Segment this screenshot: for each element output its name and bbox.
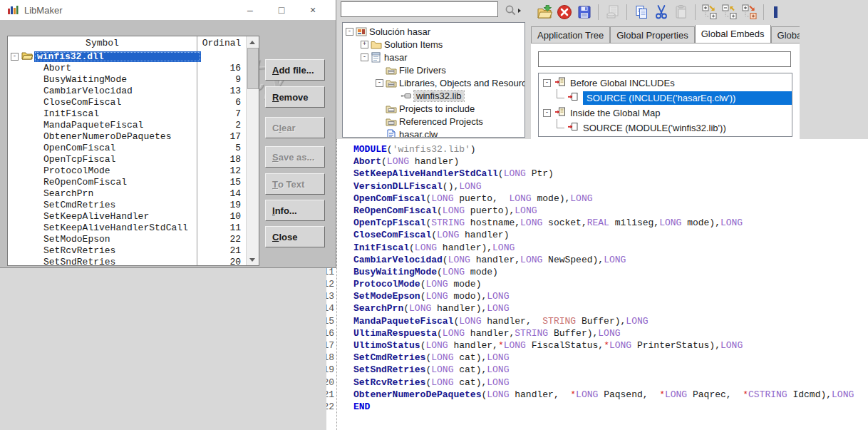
expand-all-button[interactable] xyxy=(701,3,718,21)
collapse-all-icon xyxy=(722,4,738,20)
symbol-ordinal: 7 xyxy=(197,108,241,119)
symbol-column-header: Symbol xyxy=(8,38,197,48)
symbol-row-protocolmode[interactable]: ProtocolMode12 xyxy=(8,165,247,176)
close-window-button[interactable]: × xyxy=(297,4,329,16)
symbol-name: SearchPrn xyxy=(43,188,93,199)
paste-button[interactable] xyxy=(672,3,690,21)
collapse-box-icon[interactable]: - xyxy=(543,109,551,117)
code-token: puerto, xyxy=(453,193,509,204)
delete-button[interactable] xyxy=(555,3,573,21)
scroll-down-icon[interactable] xyxy=(248,255,257,264)
minimize-button[interactable]: – xyxy=(234,4,266,16)
collapse-box-icon[interactable]: - xyxy=(346,28,353,36)
symbol-row-setrcvretries[interactable]: SetRcvRetries21 xyxy=(8,245,247,256)
to-text-button[interactable]: To Text xyxy=(265,173,325,195)
module-button[interactable] xyxy=(604,3,621,21)
symbol-row-reopencomfiscal[interactable]: ReOpenComFiscal15 xyxy=(8,176,247,188)
symbol-row-opencomfiscal[interactable]: OpenComFiscal5 xyxy=(8,142,247,153)
embed-item-before-global-includes[interactable]: -Before Global INCLUDEs xyxy=(539,76,792,91)
collapse-box-icon[interactable]: - xyxy=(11,53,19,61)
symbol-row-setmodoepson[interactable]: SetModoEpson22 xyxy=(8,233,247,245)
tree-connector xyxy=(557,119,564,128)
toolbar-separator xyxy=(695,4,696,20)
copy-button[interactable] xyxy=(632,3,650,21)
clear-button[interactable]: Clear xyxy=(265,117,325,138)
symbol-row-setkeepalivehandler[interactable]: SetKeepAliveHandler10 xyxy=(8,210,247,222)
symbol-row-mandapaquetefiscal[interactable]: MandaPaqueteFiscal2 xyxy=(8,119,247,130)
code-token: Ptr) xyxy=(526,168,554,179)
embed-point-icon xyxy=(568,92,579,104)
embed-item-source-include-hasareq-clw[interactable]: SOURCE (INCLUDE('hasarEq.clw')) xyxy=(539,91,792,106)
tab-global-embeds[interactable]: Global Embeds xyxy=(695,25,771,43)
expand-box-icon[interactable]: + xyxy=(361,41,368,48)
tree-item-label: Libraries, Objects and Resource xyxy=(399,78,525,88)
tree-item-file-drivers[interactable]: File Drivers xyxy=(343,63,525,76)
code-editor[interactable]: 1MODULE('winfis32.lib')2Abort(LONG handl… xyxy=(326,139,868,430)
titlebar[interactable]: LibMaker – □ × xyxy=(0,0,336,21)
symbol-row-setkeepalivehandlerstdcall[interactable]: SetKeepAliveHandlerStdCall11 xyxy=(8,222,247,233)
symbol-row-setsndretries[interactable]: SetSndRetries20 xyxy=(8,256,247,265)
symbol-row-busywaitingmode[interactable]: BusyWaitingMode9 xyxy=(8,73,247,85)
tree-item-solution-items[interactable]: +Solution Items xyxy=(343,38,525,51)
tree-item-libraries-objects-and-resource[interactable]: -Libraries, Objects and Resource xyxy=(343,76,525,89)
tab-application-tree[interactable]: Application Tree xyxy=(531,26,610,43)
code-token: VersionDLLFiscal xyxy=(353,181,443,192)
save-button[interactable] xyxy=(575,3,593,21)
clipped-toolbar-button[interactable] xyxy=(769,3,787,21)
tab-global-properties[interactable]: Global Properties xyxy=(610,26,694,43)
collapse-box-icon[interactable]: - xyxy=(376,79,383,87)
button-label-post: ear xyxy=(281,123,296,133)
tree-item-winfis32-lib[interactable]: winfis32.lib xyxy=(343,89,525,102)
close-button[interactable]: Close xyxy=(265,226,325,247)
symbol-row-abort[interactable]: Abort16 xyxy=(8,62,247,73)
symbol-row-setcmdretries[interactable]: SetCmdRetries19 xyxy=(8,199,247,210)
code-token: LONG xyxy=(487,291,509,302)
tree-item-projects-to-include[interactable]: Projects to include xyxy=(343,102,525,115)
info-button[interactable]: Info... xyxy=(265,200,325,221)
open-folder-arrow-button[interactable] xyxy=(535,3,553,21)
code-token: LONG xyxy=(720,217,743,228)
code-token: ProtocolMode xyxy=(353,279,420,290)
tree-item-referenced-projects[interactable]: Referenced Projects xyxy=(343,115,525,128)
symbol-row-obtenernumerodepaquetes[interactable]: ObtenerNumeroDePaquetes17 xyxy=(8,130,247,142)
code-token: LONG xyxy=(609,340,631,351)
symbol-row-closecomfiscal[interactable]: CloseComFiscal6 xyxy=(8,96,247,108)
tree-item-hasar-clw[interactable]: hasar.clw xyxy=(343,128,525,138)
code-token: ) xyxy=(470,144,476,155)
maximize-button[interactable]: □ xyxy=(266,4,297,16)
code-token: LONG xyxy=(515,205,537,216)
collapse-box-icon[interactable]: - xyxy=(543,79,551,87)
symbol-row-initfiscal[interactable]: InitFiscal7 xyxy=(8,108,247,119)
solution-search-input[interactable] xyxy=(341,1,498,17)
add-file-button[interactable]: Add file... xyxy=(265,59,325,81)
collapse-all-button[interactable] xyxy=(720,3,738,21)
expand-branch-button[interactable] xyxy=(740,3,758,21)
tree-item-soluci-n-hasar[interactable]: -Solución hasar xyxy=(343,25,525,38)
symbol-list-scrollbar[interactable] xyxy=(246,36,259,265)
symbol-root-row[interactable]: -winfis32.dll xyxy=(8,51,247,62)
save-as-button[interactable]: Save as... xyxy=(265,146,325,168)
scrollbar-thumb[interactable] xyxy=(247,48,259,89)
symbol-row-searchprn[interactable]: SearchPrn14 xyxy=(8,188,247,199)
code-token: Idcmd), xyxy=(787,389,832,400)
embed-item-inside-the-global-map[interactable]: -Inside the Global Map xyxy=(539,106,792,121)
search-button[interactable] xyxy=(501,3,524,18)
embed-filter-input[interactable] xyxy=(538,51,791,67)
embed-item-source-module-winfis32-lib[interactable]: SOURCE (MODULE('winfis32.lib')) xyxy=(539,121,792,135)
code-token: 'winfis32.lib' xyxy=(393,144,470,155)
collapse-box-icon[interactable]: - xyxy=(361,53,368,61)
tree-item-hasar[interactable]: -hasar xyxy=(343,51,525,63)
cut-button[interactable] xyxy=(652,3,670,21)
scroll-up-icon[interactable] xyxy=(248,38,257,46)
code-token: UltimaRespuesta xyxy=(353,328,437,339)
remove-button[interactable]: Remove xyxy=(265,86,325,108)
code-line-5: 5OpenComFiscal(LONG puerto, LONG mode),L… xyxy=(326,193,868,205)
code-token: LONG xyxy=(443,205,465,216)
code-line-11: 11BusyWaitingMode(LONG mode) xyxy=(326,266,868,278)
tab-global-extensio[interactable]: Global Extensio xyxy=(771,26,800,43)
symbol-row-cambiarvelocidad[interactable]: CambiarVelocidad13 xyxy=(8,85,247,96)
symbol-row-opentcpfiscal[interactable]: OpenTcpFiscal18 xyxy=(8,153,247,165)
embed-item-label: Inside the Global Map xyxy=(570,108,660,118)
symbol-list[interactable]: Symbol Ordinal -winfis32.dllAbort16BusyW… xyxy=(7,36,259,266)
line-number: 20 xyxy=(326,377,334,389)
